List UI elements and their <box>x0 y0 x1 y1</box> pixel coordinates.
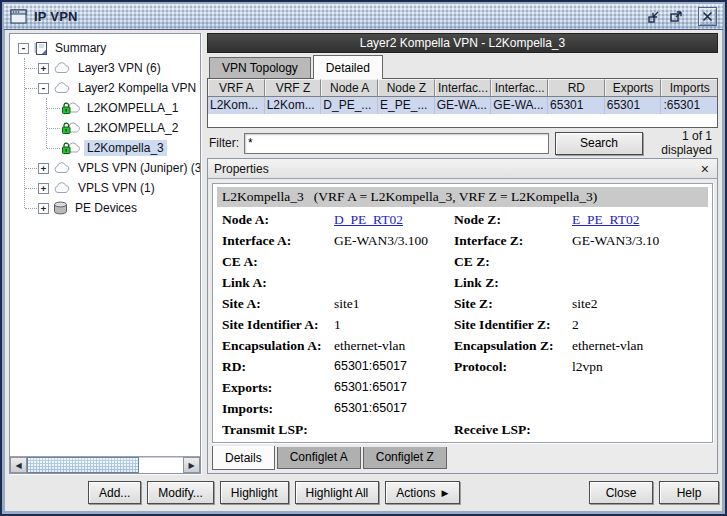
lock-cloud-icon <box>61 121 80 135</box>
column-header-imports[interactable]: Imports <box>661 79 717 96</box>
prop-label <box>454 398 572 419</box>
prop-value <box>572 419 708 440</box>
modify-button[interactable]: Modify... <box>147 481 213 504</box>
vpn-summary-strip: L2Kompella_3 (VRF A = L2Kompella_3, VRF … <box>217 187 708 207</box>
add-button[interactable]: Add... <box>88 481 141 504</box>
collapse-icon[interactable]: - <box>18 43 29 54</box>
column-header-exports[interactable]: Exports <box>605 79 662 96</box>
column-header-interface-z[interactable]: Interfac... <box>491 79 548 96</box>
properties-grid: Node A: D_PE_RT02 Node Z: E_PE_RT02 Inte… <box>217 209 708 440</box>
prop-label: Node Z: <box>454 209 572 230</box>
expand-icon[interactable]: + <box>38 183 49 194</box>
scrollbar-thumb[interactable] <box>27 457 139 473</box>
properties-content: L2Kompella_3 (VRF A = L2Kompella_3, VRF … <box>212 183 713 443</box>
help-button[interactable]: Help <box>659 481 719 504</box>
prop-label: Node A: <box>222 209 334 230</box>
tree-item-l2kompella-1[interactable]: L2KOMPELLA_1 <box>10 98 200 118</box>
tree-item-pe-devices[interactable]: + PE Devices <box>10 198 200 218</box>
cell-vrf-z[interactable]: L2Kom... <box>265 97 322 114</box>
prop-value: 65301:65017 <box>334 356 454 377</box>
node-a-link[interactable]: D_PE_RT02 <box>334 209 454 230</box>
highlight-button[interactable]: Highlight <box>220 481 289 504</box>
prop-label: Interface Z: <box>454 230 572 251</box>
prop-label: CE Z: <box>454 251 572 272</box>
scroll-left-icon[interactable]: ◀ <box>10 457 27 473</box>
close-properties-icon[interactable]: × <box>699 162 711 176</box>
cell-vrf-a[interactable]: L2Kom... <box>208 97 265 114</box>
column-header-rd[interactable]: RD <box>548 79 605 96</box>
tree-item-summary[interactable]: - Summary <box>10 38 200 58</box>
tab-vpn-topology[interactable]: VPN Topology <box>209 57 311 78</box>
prop-label: Imports: <box>222 398 334 419</box>
tree-horizontal-scrollbar[interactable]: ◀ ▶ <box>10 456 200 473</box>
column-header-vrf-a[interactable]: VRF A <box>208 79 265 96</box>
actions-label: Actions <box>396 486 435 500</box>
search-button[interactable]: Search <box>555 132 643 155</box>
tree-item-l2kompella-2[interactable]: L2KOMPELLA_2 <box>10 118 200 138</box>
cell-interface-z[interactable]: GE-WA... <box>491 97 548 114</box>
tree-item-label: L2KOMPELLA_1 <box>84 100 181 116</box>
cell-node-z[interactable]: E_PE_... <box>378 97 435 114</box>
prop-value: l2vpn <box>572 356 708 377</box>
tree-item-vpls-vpn-juniper[interactable]: + VPLS VPN (Juniper) (3) <box>10 158 200 178</box>
vpn-tree: - Summary + Laye <box>10 34 200 456</box>
tree-item-label: VPLS VPN (Juniper) (3) <box>75 160 200 176</box>
prop-value: GE-WAN3/3.100 <box>334 230 454 251</box>
collapse-icon[interactable]: - <box>38 83 49 94</box>
tree-item-label: Layer3 VPN (6) <box>75 60 164 76</box>
prop-value <box>572 251 708 272</box>
tab-configlet-z[interactable]: Configlet Z <box>363 447 447 469</box>
prop-label: Encapsulation Z: <box>454 335 572 356</box>
scrollbar-track[interactable] <box>139 457 183 473</box>
window-titlebar: IP VPN <box>4 4 723 30</box>
displayed-count: 1 of 1 displayed <box>643 129 716 157</box>
cell-imports[interactable]: :65301 <box>661 97 717 114</box>
expand-icon[interactable]: + <box>38 63 49 74</box>
cell-interface-a[interactable]: GE-WA... <box>435 97 492 114</box>
column-header-node-z[interactable]: Node Z <box>378 79 435 96</box>
table-header-row: VRF A VRF Z Node A Node Z Interfac... In… <box>208 79 717 97</box>
tab-details[interactable]: Details <box>212 446 275 470</box>
lock-cloud-icon <box>61 101 80 115</box>
prop-label: CE A: <box>222 251 334 272</box>
menu-arrow-icon: ▶ <box>442 488 449 498</box>
cell-exports[interactable]: 65301 <box>605 97 662 114</box>
prop-value: ethernet-vlan <box>572 335 708 356</box>
cloud-icon <box>53 62 71 74</box>
column-header-node-a[interactable]: Node A <box>321 79 378 96</box>
tree-item-vpls-vpn[interactable]: + VPLS VPN (1) <box>10 178 200 198</box>
node-z-link[interactable]: E_PE_RT02 <box>572 209 708 230</box>
cell-rd[interactable]: 65301 <box>548 97 605 114</box>
restore-window-icon[interactable] <box>645 7 664 26</box>
close-window-icon[interactable] <box>698 7 717 26</box>
close-button[interactable]: Close <box>589 481 653 504</box>
actions-menu-button[interactable]: Actions ▶ <box>385 481 459 504</box>
highlight-all-button[interactable]: Highlight All <box>295 481 380 504</box>
prop-label: Link A: <box>222 272 334 293</box>
prop-value: 65301:65017 <box>334 377 454 398</box>
tree-item-layer3-vpn[interactable]: + Layer3 VPN (6) <box>10 58 200 78</box>
tree-item-label: L2Kompella_3 <box>84 140 167 156</box>
prop-label: Receive LSP: <box>454 419 572 440</box>
expand-icon[interactable]: + <box>38 163 49 174</box>
scroll-right-icon[interactable]: ▶ <box>183 457 200 473</box>
tree-item-l2kompella-3-selected[interactable]: L2Kompella_3 <box>10 138 200 158</box>
column-header-interface-a[interactable]: Interfac... <box>435 79 492 96</box>
tab-configlet-a[interactable]: Configlet A <box>277 447 361 469</box>
cell-node-a[interactable]: D_PE_... <box>321 97 378 114</box>
prop-label: Site Z: <box>454 293 572 314</box>
column-header-vrf-z[interactable]: VRF Z <box>265 79 322 96</box>
prop-label: Interface A: <box>222 230 334 251</box>
prop-label: Link Z: <box>454 272 572 293</box>
table-row[interactable]: L2Kom... L2Kom... D_PE_... E_PE_... GE-W… <box>208 97 717 114</box>
tree-item-label: VPLS VPN (1) <box>75 180 158 196</box>
maximize-window-icon[interactable] <box>667 7 686 26</box>
detail-panel-title: Layer2 Kompella VPN - L2Kompella_3 <box>207 33 718 53</box>
tree-item-layer2-kompella-vpn[interactable]: - Layer2 Kompella VPN (3) <box>10 78 200 98</box>
expand-icon[interactable]: + <box>38 203 49 214</box>
filter-input[interactable] <box>244 133 549 154</box>
tab-detailed[interactable]: Detailed <box>313 55 383 79</box>
tree-item-label: PE Devices <box>72 200 140 216</box>
prop-label: Protocol: <box>454 356 572 377</box>
tree-item-label: Summary <box>52 40 109 56</box>
